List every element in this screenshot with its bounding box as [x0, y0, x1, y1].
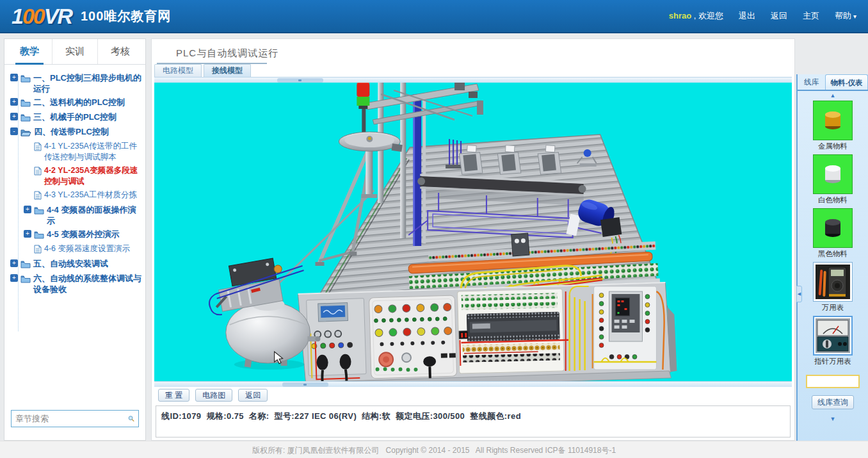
footer: 版权所有: 厦门凤凰创壹软件有限公司 Copyright © 2014 - 20…: [0, 441, 868, 458]
material-thumb-digital-multimeter[interactable]: [813, 262, 853, 302]
control-console: [298, 282, 671, 381]
tree-row: 4-6 变频器速度设置演示: [23, 243, 143, 256]
search-icon[interactable]: [128, 413, 134, 424]
header-nav: shrao , 欢迎您 退出返回主页帮助▾: [669, 10, 856, 22]
chapter-search-input[interactable]: [15, 414, 128, 423]
folder-icon: [34, 230, 44, 241]
wire-query-input[interactable]: [806, 375, 860, 388]
tab-wire-library[interactable]: 线库: [798, 74, 825, 90]
folder-icon: [20, 113, 31, 124]
folder-icon: [20, 127, 31, 138]
tree-row: +一、PLC控制三相异步电机的运行: [10, 72, 143, 94]
material-thumb-analog-multimeter[interactable]: [813, 316, 853, 356]
back-link[interactable]: 返回: [771, 10, 787, 22]
course-sidebar: 教学实训考核 +一、PLC控制三相异步电机的运行+二、送料机构的PLC控制+三、…: [4, 38, 146, 441]
tree-item-label[interactable]: 4-2 YL-235A变频器多段速控制与调试: [44, 165, 143, 187]
material-thumb-cylinder-black[interactable]: [813, 208, 853, 248]
tree-toggle-icon[interactable]: +: [10, 259, 18, 267]
button-panel: [369, 295, 457, 381]
tree-item-label[interactable]: 一、PLC控制三相异步电机的运行: [33, 72, 143, 94]
page-title: PLC与自动线调试运行: [176, 47, 278, 60]
tree-row: +4-5 变频器外控演示: [23, 229, 143, 241]
chapter-search-box: [11, 410, 139, 427]
material-item: 万用表: [812, 262, 854, 316]
tree-item-label[interactable]: 六、自动线的系统整体调试与设备验收: [33, 273, 143, 295]
plc-panel: [458, 289, 570, 373]
material-label: 黑色物料: [812, 249, 854, 259]
tree-row: +二、送料机构的PLC控制: [10, 97, 143, 109]
reset-button[interactable]: 重 置: [158, 389, 189, 402]
folder-icon: [20, 98, 31, 109]
help-link[interactable]: 帮助▾: [835, 10, 856, 22]
tree-toggle-icon[interactable]: +: [10, 74, 18, 81]
tree-row: +4-4 变频器的面板操作演示: [23, 204, 143, 226]
wire-status-bar: 线ID:1079 规格:0.75 名称: 型号:227 IEC 06(RV) 结…: [156, 405, 791, 438]
viewport-3d[interactable]: [154, 83, 792, 381]
material-thumb-cylinder-white[interactable]: [813, 154, 853, 194]
tree-item-label[interactable]: 二、送料机构的PLC控制: [33, 97, 125, 108]
scrollbar-thumb[interactable]: [282, 382, 328, 387]
tree-toggle-icon[interactable]: -: [10, 127, 18, 135]
material-label: 金属物料: [812, 142, 854, 151]
viewport-scrollbar-top[interactable]: [154, 77, 792, 83]
folder-icon: [20, 274, 31, 285]
tree-item-label[interactable]: 4-3 YL-235A工件材质分拣: [44, 190, 137, 200]
material-label: 万用表: [812, 303, 854, 313]
tree-item-label[interactable]: 五、自动线安装调试: [33, 258, 108, 269]
folder-icon: [34, 206, 44, 217]
tree-row: 4-2 YL-235A变频器多段速控制与调试: [23, 165, 143, 187]
collapse-down-arrow[interactable]: ▼: [798, 414, 868, 424]
panel-collapse-handle[interactable]: ◀: [796, 286, 802, 302]
tree-row: +三、机械手的PLC控制: [10, 111, 143, 124]
material-item: 金属物料: [812, 101, 854, 154]
course-tree: +一、PLC控制三相异步电机的运行+二、送料机构的PLC控制+三、机械手的PLC…: [10, 70, 143, 402]
tree-row: 4-1 YL-235A传送带的工件传送控制与调试脚本: [23, 141, 143, 163]
tree-toggle-icon[interactable]: +: [24, 206, 31, 213]
tree-item-label[interactable]: 4-5 变频器外控演示: [47, 229, 119, 240]
tree-item-label[interactable]: 4-1 YL-235A传送带的工件传送控制与调试脚本: [44, 141, 143, 163]
logout-link[interactable]: 退出: [739, 10, 755, 22]
document-icon: [34, 191, 42, 202]
document-icon: [34, 245, 42, 256]
material-label: 白色物料: [812, 195, 854, 205]
sensor-blue: [584, 149, 591, 157]
tree-toggle-icon[interactable]: +: [10, 274, 18, 282]
material-item: 指针万用表: [812, 316, 854, 370]
sidebar-tab-1[interactable]: 实训: [52, 39, 97, 64]
inverter-panel: [594, 286, 664, 370]
3d-scene: [154, 83, 792, 381]
return-button[interactable]: 返回: [238, 389, 268, 402]
site-logo[interactable]: 100VR: [12, 4, 72, 29]
viewport-scrollbar-bottom[interactable]: [154, 381, 792, 387]
tree-row: -四、传送带PLC控制: [10, 126, 143, 138]
welcome-text: shrao , 欢迎您: [669, 10, 723, 22]
tree-toggle-icon[interactable]: +: [24, 230, 31, 238]
tab-materials-instruments[interactable]: 物料-仪表: [825, 74, 868, 90]
folder-icon: [20, 259, 31, 270]
wire-query-button[interactable]: 线库查询: [812, 395, 854, 409]
tab-circuit-model[interactable]: 电路模型: [154, 64, 202, 78]
document-icon: [34, 167, 42, 177]
material-thumb-cylinder-gold[interactable]: [813, 101, 853, 140]
tree-toggle-icon[interactable]: +: [10, 113, 18, 120]
main-panel: PLC与自动线调试运行 电路模型接线模型: [151, 38, 795, 441]
sidebar-tab-2[interactable]: 考核: [97, 39, 143, 64]
material-item: 黑色物料: [812, 208, 854, 262]
tree-toggle-icon[interactable]: +: [10, 98, 18, 106]
tab-wiring-model[interactable]: 接线模型: [204, 64, 251, 78]
material-item: 白色物料: [812, 154, 854, 208]
home-link[interactable]: 主页: [803, 10, 819, 22]
tree-item-label[interactable]: 四、传送带PLC控制: [34, 126, 109, 137]
sidebar-tab-0[interactable]: 教学: [7, 39, 52, 64]
junction-box: [511, 233, 529, 256]
tree-item-label[interactable]: 三、机械手的PLC控制: [33, 111, 117, 122]
scrollbar-thumb[interactable]: [277, 78, 323, 83]
tree-row: 4-3 YL-235A工件材质分拣: [23, 190, 143, 202]
circuit-diagram-button[interactable]: 电路图: [195, 389, 232, 402]
wire-status-text: 线ID:1079 规格:0.75 名称: 型号:227 IEC 06(RV) 结…: [161, 411, 521, 421]
tree-item-label[interactable]: 4-6 变频器速度设置演示: [44, 243, 130, 254]
site-title: 100唯尔教育网: [81, 8, 171, 25]
collapse-up-arrow[interactable]: ▲: [798, 91, 868, 101]
top-header: 100VR 100唯尔教育网 shrao , 欢迎您 退出返回主页帮助▾: [0, 0, 868, 33]
tree-item-label[interactable]: 4-4 变频器的面板操作演示: [47, 204, 143, 226]
